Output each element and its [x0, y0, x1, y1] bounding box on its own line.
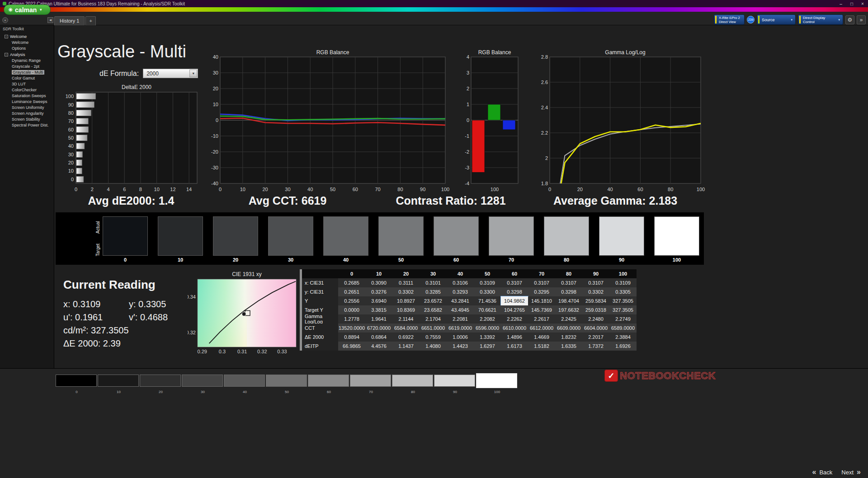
axis-label: 20 — [577, 187, 583, 192]
grayscale-swatch-70: 70 — [489, 216, 534, 262]
table-cell: 1.7372 — [582, 342, 609, 351]
source-button[interactable]: Source ▾ — [757, 14, 796, 25]
next-label: Next — [841, 469, 854, 476]
table-cell: 0.3107 — [555, 278, 582, 287]
table-cell: 0.2556 — [338, 296, 365, 305]
table-cell: 6619.0000 — [447, 323, 474, 333]
table-col-header-70: 70 — [528, 269, 555, 278]
table-cell: 0.3090 — [365, 278, 392, 287]
test-patch-label: 60 — [308, 390, 350, 394]
test-patch-0[interactable] — [56, 375, 97, 387]
axis-label: 2.8 — [541, 54, 548, 60]
sidebar-group-analysis[interactable]: -Analysis — [0, 52, 54, 58]
reading-y: y: 0.3305 — [129, 299, 166, 312]
table-cell: 0.6922 — [392, 333, 420, 342]
axis-label: 70 — [68, 118, 74, 124]
de-formula-dropdown[interactable]: 2000 ▼ — [143, 69, 198, 78]
table-cell: 2.2480 — [582, 314, 609, 323]
sidebar-item-saturation-sweeps[interactable]: Saturation Sweeps — [0, 93, 54, 99]
table-cell: 1.9641 — [365, 314, 392, 323]
sidebar-group-label: Analysis — [10, 52, 25, 57]
back-label: Back — [819, 469, 832, 476]
sidebar-item-grayscale-2pt[interactable]: Grayscale - 2pt — [0, 64, 54, 70]
expand-panel-button[interactable]: » — [857, 15, 866, 24]
test-patch-label: 30 — [182, 390, 224, 394]
sidebar-item-luminance-sweeps[interactable]: Luminance Sweeps — [0, 99, 54, 105]
close-button[interactable]: × — [857, 1, 868, 6]
sidebar-item-screen-uniformity[interactable]: Screen Uniformity — [0, 105, 54, 111]
table-cell: 43.2841 — [447, 296, 474, 305]
sidebar-item-color-gamut[interactable]: Color Gamut — [0, 75, 54, 81]
calman-menu-button[interactable]: ✳ calman ▾ — [4, 5, 51, 15]
chart-title: Gamma Log/Log — [605, 49, 645, 56]
table-cell: 2.2081 — [447, 314, 474, 323]
axis-label: 0 — [75, 187, 77, 192]
table-cell: 6604.0000 — [582, 323, 609, 333]
sidebar-group-welcome[interactable]: -Welcome — [0, 33, 54, 40]
grayscale-swatch-10: 10 — [158, 216, 203, 262]
sidebar-item-dynamic-range[interactable]: Dynamic Range — [0, 58, 54, 64]
back-button[interactable]: « Back — [812, 468, 833, 476]
swatch-color-100 — [654, 216, 699, 256]
table-cell: 66.9865 — [338, 342, 365, 351]
meter-count-badge: 239 — [747, 16, 755, 23]
table-col-header-0: 0 — [338, 269, 365, 278]
minimize-button[interactable]: – — [835, 1, 846, 6]
table-row-label: Y — [302, 296, 338, 305]
table-col-header-30: 30 — [420, 269, 447, 278]
de-formula-label: dE Formula: — [99, 70, 139, 78]
cie-1931-chart: CIE 1931 xy0.290.30.310.320.330.340.32 — [188, 272, 301, 353]
sidebar-item-spectral-power-dist[interactable]: Spectral Power Dist. — [0, 122, 54, 128]
sidebar-item-colorchecker[interactable]: ColorChecker — [0, 87, 54, 93]
test-patch-50[interactable] — [266, 375, 307, 387]
test-patch-70[interactable] — [350, 375, 391, 387]
table-cell: 0.3107 — [528, 278, 555, 287]
test-patch-label: 50 — [266, 390, 308, 394]
test-patch-30[interactable] — [182, 375, 223, 387]
next-button[interactable]: Next » — [841, 468, 861, 476]
sidebar-item-3d-lut[interactable]: 3D LUT — [0, 81, 54, 87]
chart-title: RGB Balance — [478, 49, 511, 56]
sidebar-pin-button[interactable]: • — [2, 17, 8, 23]
sidebar-item-label: Color Gamut — [12, 76, 35, 80]
sidebar-collapse-button[interactable]: ◄ — [47, 17, 53, 23]
table-col-header-50: 50 — [474, 269, 501, 278]
axis-label: 0.29 — [197, 349, 207, 353]
tab-add-button[interactable]: + — [85, 16, 95, 25]
table-cell: 1.0006 — [447, 333, 474, 342]
chart-title: DeltaE 2000 — [122, 84, 151, 90]
axis-label: 40 — [307, 187, 313, 192]
collapse-box-icon[interactable]: - — [5, 35, 8, 38]
sidebar-item-options[interactable]: Options — [0, 46, 54, 52]
meter-button[interactable]: X-Rite i1Pro 2 Direct View — [714, 14, 745, 25]
axis-label: 3 — [467, 70, 469, 75]
swatch-label: 80 — [544, 257, 589, 262]
display-control-button[interactable]: Direct Display Control ▾ — [798, 14, 843, 25]
sidebar-item-screen-stability[interactable]: Screen Stability — [0, 117, 54, 122]
axis-label: 100 — [491, 187, 499, 192]
maximize-button[interactable]: □ — [846, 1, 857, 6]
test-patch-10[interactable] — [98, 375, 139, 387]
settings-gear-button[interactable]: ⚙ — [845, 15, 854, 24]
table-cell: 0.3298 — [501, 287, 528, 296]
table-cell: 0.3285 — [420, 287, 447, 296]
measured-point-marker — [242, 312, 246, 316]
test-patch-label: 40 — [224, 390, 266, 394]
test-patch-40[interactable] — [224, 375, 265, 387]
table-row-label: CCT — [302, 323, 338, 333]
meter-name: X-Rite i1Pro 2 — [719, 16, 740, 20]
sidebar-item-welcome[interactable]: Welcome — [0, 40, 54, 46]
test-patch-60[interactable] — [308, 375, 349, 387]
test-patch-20[interactable] — [140, 375, 181, 387]
collapse-box-icon[interactable]: - — [5, 53, 8, 56]
test-patch-100[interactable] — [476, 373, 517, 388]
tab-history-1[interactable]: History 1 — [54, 16, 85, 25]
sidebar-item-grayscale-multi[interactable]: Grayscale - Multi — [0, 70, 54, 75]
table-cell: 104.9862 — [501, 296, 528, 305]
swatch-row-label-target: Target — [95, 239, 100, 260]
test-patch-80[interactable] — [392, 375, 433, 387]
sidebar-item-screen-angularity[interactable]: Screen Angularity — [0, 111, 54, 117]
table-header-row: 0102030405060708090100 — [302, 269, 637, 278]
table-cell: 1.4896 — [501, 333, 528, 342]
test-patch-90[interactable] — [434, 375, 475, 387]
